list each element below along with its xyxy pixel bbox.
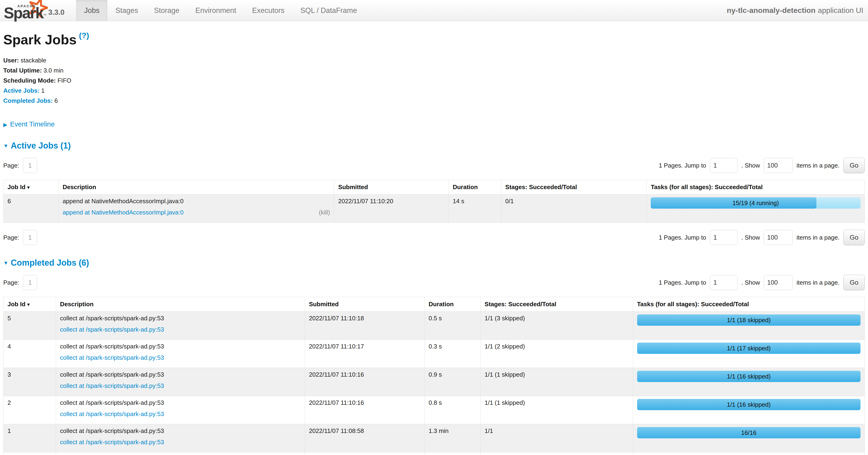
- pages-count-text: 1 Pages. Jump to: [659, 162, 706, 169]
- pages-count-text: 1 Pages. Jump to: [659, 279, 706, 286]
- spark-logo-link[interactable]: APACHE Spark™ 3.3.0: [0, 0, 70, 21]
- column-stages[interactable]: Stages: Succeeded/Total: [501, 180, 647, 195]
- kill-job-link[interactable]: (kill): [319, 209, 330, 216]
- items-in-page-text: items in a page.: [797, 162, 840, 169]
- page-number-input[interactable]: [23, 158, 37, 173]
- sort-desc-icon: ▾: [27, 184, 30, 190]
- duration-cell: 0.5 s: [425, 312, 480, 340]
- tasks-progress-bar: 1/1 (18 skipped): [637, 314, 861, 326]
- duration-cell: 14 s: [448, 195, 501, 223]
- tasks-progress-label: 16/16: [637, 427, 861, 438]
- help-tooltip-link[interactable]: (?): [79, 31, 89, 40]
- table-header-row: Job Id ▾ Description Submitted Duration …: [3, 297, 865, 312]
- description-cell: collect at /spark-scripts/spark-ad.py:53…: [56, 312, 305, 340]
- trademark: ™: [43, 13, 46, 17]
- column-description[interactable]: Description: [59, 180, 334, 195]
- submitted-cell: 2022/11/07 11:10:17: [305, 340, 425, 368]
- show-text: . Show: [741, 162, 760, 169]
- completed-job-row: 1 collect at /spark-scripts/spark-ad.py:…: [3, 424, 865, 452]
- job-description-link[interactable]: collect at /spark-scripts/spark-ad.py:53: [60, 382, 164, 390]
- column-duration[interactable]: Duration: [425, 297, 480, 312]
- tasks-progress-bar: 1/1 (17 skipped): [637, 343, 861, 354]
- column-submitted[interactable]: Submitted: [334, 180, 448, 195]
- job-description-link[interactable]: collect at /spark-scripts/spark-ad.py:53: [60, 326, 164, 333]
- spark-logo: APACHE Spark™: [4, 1, 44, 20]
- items-per-page-input[interactable]: [764, 158, 793, 173]
- page-title: Spark Jobs(?): [3, 31, 865, 48]
- column-job-id[interactable]: Job Id ▾: [3, 297, 56, 312]
- nav-tabs: Jobs Stages Storage Environment Executor…: [76, 0, 365, 21]
- stages-cell: 1/1 (2 skipped): [480, 340, 633, 368]
- column-duration[interactable]: Duration: [448, 180, 501, 195]
- tab-executors[interactable]: Executors: [244, 0, 292, 21]
- jump-to-page-input[interactable]: [710, 230, 738, 245]
- jump-to-page-input[interactable]: [710, 275, 738, 290]
- job-description-link[interactable]: collect at /spark-scripts/spark-ad.py:53: [60, 354, 164, 361]
- tasks-progress-bar: 15/19 (4 running): [651, 197, 861, 208]
- stages-cell: 0/1: [501, 195, 647, 223]
- job-id-cell: 5: [3, 312, 56, 340]
- go-button[interactable]: Go: [843, 275, 865, 290]
- submitted-cell: 2022/11/07 11:10:20: [334, 195, 448, 223]
- go-button[interactable]: Go: [843, 158, 865, 173]
- page-number-input[interactable]: [23, 275, 37, 290]
- job-description-link[interactable]: collect at /spark-scripts/spark-ad.py:53: [60, 410, 164, 418]
- column-tasks[interactable]: Tasks (for all stages): Succeeded/Total: [633, 297, 865, 312]
- spark-wordmark: Spark™: [4, 4, 46, 22]
- completed-job-row: 3 collect at /spark-scripts/spark-ad.py:…: [3, 368, 865, 396]
- job-description-link[interactable]: append at NativeMethodAccessorImpl.java:…: [63, 209, 184, 216]
- active-jobs-section-header[interactable]: ▼Active Jobs (1): [3, 141, 865, 151]
- submitted-cell: 2022/11/07 11:10:16: [305, 396, 425, 424]
- tab-environment[interactable]: Environment: [188, 0, 244, 21]
- application-name: ny-tlc-anomaly-detection: [727, 6, 815, 15]
- completed-jobs-section-header[interactable]: ▼Completed Jobs (6): [3, 258, 865, 268]
- items-per-page-input[interactable]: [764, 275, 793, 290]
- column-stages[interactable]: Stages: Succeeded/Total: [480, 297, 633, 312]
- summary-scheduling-label: Scheduling Mode:: [3, 77, 56, 84]
- completed-job-row: 0 parquet at NativeMethodAccessorImpl.ja…: [3, 452, 865, 455]
- summary-scheduling-value: FIFO: [57, 77, 71, 84]
- tab-stages[interactable]: Stages: [107, 0, 146, 21]
- column-description[interactable]: Description: [56, 297, 305, 312]
- submitted-cell: 2022/11/07 11:08:15: [305, 452, 425, 455]
- tasks-progress-label: 1/1 (18 skipped): [637, 314, 861, 326]
- application-title: ny-tlc-anomaly-detection application UI: [727, 0, 868, 21]
- tab-sql-dataframe[interactable]: SQL / DataFrame: [292, 0, 365, 21]
- column-submitted[interactable]: Submitted: [305, 297, 425, 312]
- arrow-down-icon: ▼: [3, 260, 8, 266]
- job-description-text: collect at /spark-scripts/spark-ad.py:53: [60, 427, 301, 434]
- active-jobs-pagination-bottom: Page: 1 Pages. Jump to . Show items in a…: [3, 230, 865, 245]
- submitted-cell: 2022/11/07 11:08:58: [305, 424, 425, 452]
- page-label: Page:: [3, 162, 19, 169]
- job-id-cell: 0: [3, 452, 56, 455]
- show-text: . Show: [741, 279, 760, 286]
- summary-uptime: Total Uptime: 3.0 min: [3, 65, 865, 76]
- jump-to-page-input[interactable]: [710, 158, 738, 173]
- duration-cell: 1.3 min: [425, 424, 480, 452]
- event-timeline-label: Event Timeline: [10, 120, 55, 128]
- summary-user-label: User:: [3, 57, 19, 64]
- completed-jobs-link[interactable]: Completed Jobs:: [3, 97, 53, 104]
- summary-active-value: 1: [41, 87, 44, 94]
- job-description-link[interactable]: collect at /spark-scripts/spark-ad.py:53: [60, 438, 164, 446]
- job-description-text: collect at /spark-scripts/spark-ad.py:53: [60, 343, 301, 350]
- tab-storage[interactable]: Storage: [146, 0, 188, 21]
- summary-uptime-value: 3.0 min: [43, 67, 63, 74]
- tasks-progress-bar: 1/1 (16 skipped): [637, 371, 861, 382]
- page-content: Spark Jobs(?) User: stackable Total Upti…: [0, 31, 868, 455]
- go-button[interactable]: Go: [843, 230, 865, 245]
- active-jobs-link[interactable]: Active Jobs:: [3, 87, 40, 94]
- job-id-cell: 3: [3, 368, 56, 396]
- items-per-page-input[interactable]: [764, 230, 793, 245]
- stages-cell: 1/1 (1 skipped): [480, 396, 633, 424]
- navbar: APACHE Spark™ 3.3.0 Jobs Stages Storage …: [0, 0, 868, 21]
- completed-jobs-pagination-top: Page: 1 Pages. Jump to . Show items in a…: [3, 275, 865, 290]
- column-tasks[interactable]: Tasks (for all stages): Succeeded/Total: [647, 180, 865, 195]
- items-in-page-text: items in a page.: [797, 279, 840, 286]
- application-title-suffix: application UI: [818, 6, 863, 15]
- tasks-cell: 15/19 (4 running): [647, 195, 865, 223]
- column-job-id[interactable]: Job Id ▾: [3, 180, 59, 195]
- tab-jobs[interactable]: Jobs: [76, 0, 107, 21]
- page-number-input[interactable]: [23, 230, 37, 245]
- event-timeline-toggle[interactable]: ▶Event Timeline: [3, 120, 865, 128]
